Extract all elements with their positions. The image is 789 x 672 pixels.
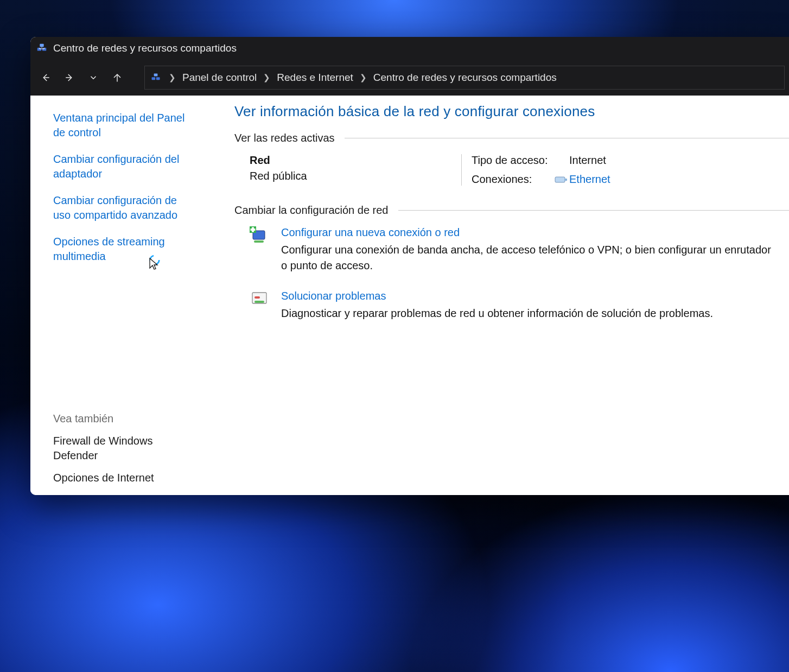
page-title: Ver información básica de la red y confi… [234,103,789,120]
section-label: Cambiar la configuración de red [234,204,389,217]
svg-rect-14 [254,240,264,243]
up-button[interactable] [106,67,128,88]
breadcrumb-control-panel[interactable]: Panel de control [182,72,257,84]
ethernet-icon [553,175,569,184]
task-description: Configurar una conexión de banda ancha, … [281,242,778,274]
svg-rect-17 [254,296,260,299]
navigation-bar: ❯ Panel de control ❯ Redes e Internet ❯ … [30,60,789,96]
sidebar-link-advanced-sharing[interactable]: Cambiar configuración de uso compartido … [53,193,193,223]
window-title: Centro de redes y recursos compartidos [53,42,237,54]
network-name: Red [250,154,451,167]
troubleshoot-icon [250,290,269,309]
sidebar-link-adapter-settings[interactable]: Cambiar configuración del adaptador [53,152,193,181]
chevron-right-icon: ❯ [359,73,368,83]
address-bar[interactable]: ❯ Panel de control ❯ Redes e Internet ❯ … [144,66,785,90]
sidebar-link-media-streaming[interactable]: Opciones de streaming multimedia [53,234,193,264]
network-details: Tipo de acceso: Internet Conexiones: Eth… [472,154,610,186]
see-also-link-internet-options[interactable]: Opciones de Internet [53,471,193,485]
sidebar-links: Ventana principal del Panel de control C… [53,111,193,264]
see-also-link-firewall[interactable]: Firewall de Windows Defender [53,434,193,463]
control-panel-window: Centro de redes y recursos compartidos ❯ [30,37,789,495]
forward-button[interactable] [59,67,80,88]
see-also-section: Vea también Firewall de Windows Defender… [53,395,193,485]
svg-rect-3 [152,77,156,80]
content-area: Ver información básica de la red y confi… [204,96,789,495]
svg-rect-16 [254,301,264,303]
vertical-divider [461,154,462,186]
svg-rect-4 [156,77,160,80]
titlebar[interactable]: Centro de redes y recursos compartidos [30,37,789,60]
divider-line [345,138,789,138]
divider-line [398,210,790,211]
task-link-setup-connection[interactable]: Configurar una nueva conexión o red [281,226,778,239]
network-type: Red pública [250,170,451,182]
sidebar: Ventana principal del Panel de control C… [30,96,204,495]
svg-rect-8 [565,179,567,181]
svg-rect-13 [251,229,256,231]
task-description: Diagnosticar y reparar problemas de red … [281,306,778,321]
back-button[interactable] [35,67,56,88]
chevron-right-icon: ❯ [262,73,271,83]
access-type-label: Tipo de acceso: [472,154,553,167]
section-label: Ver las redes activas [234,132,335,144]
sidebar-link-control-panel-home[interactable]: Ventana principal del Panel de control [53,111,193,140]
window-body: Ventana principal del Panel de control C… [30,96,789,495]
network-entry: Red Red pública Tipo de acceso: Internet… [234,154,789,186]
task-troubleshoot: Solucionar problemas Diagnosticar y repa… [250,290,789,321]
history-dropdown-button[interactable] [82,67,104,88]
see-also-heading: Vea también [53,411,193,426]
access-type-value: Internet [569,154,610,167]
network-center-icon [36,42,48,54]
setup-connection-icon [250,226,269,246]
network-center-icon [150,72,162,83]
breadcrumb-network-internet[interactable]: Redes e Internet [277,72,353,84]
chevron-right-icon: ❯ [168,73,177,83]
connections-label: Conexiones: [472,173,553,186]
task-link-troubleshoot[interactable]: Solucionar problemas [281,290,778,302]
svg-rect-7 [555,177,565,182]
task-setup-connection: Configurar una nueva conexión o red Conf… [250,226,789,274]
change-settings-heading: Cambiar la configuración de red [234,204,789,217]
svg-rect-5 [154,74,158,77]
connection-link-ethernet[interactable]: Ethernet [569,173,610,186]
network-identity: Red Red pública [234,154,451,186]
svg-rect-2 [40,44,43,47]
active-networks-heading: Ver las redes activas [234,132,789,144]
breadcrumb-network-sharing-center[interactable]: Centro de redes y recursos compartidos [373,72,557,84]
